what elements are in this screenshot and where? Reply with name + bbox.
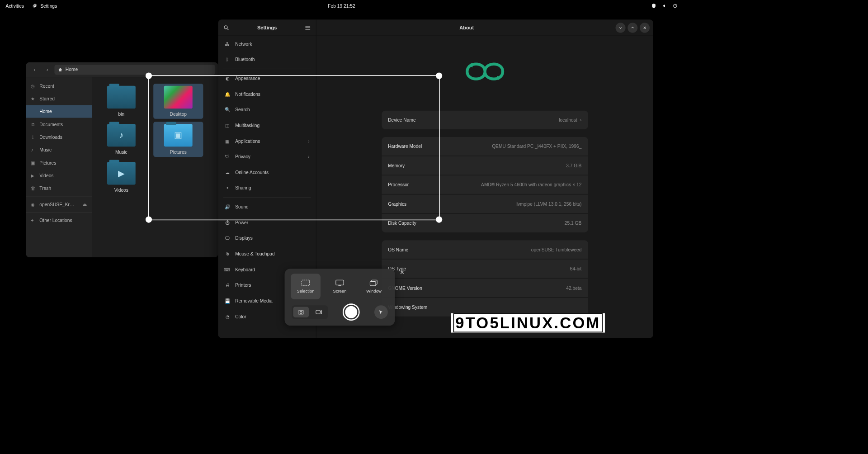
selection-icon <box>301 279 311 287</box>
back-button[interactable]: ‹ <box>29 65 40 75</box>
sidebar-starred[interactable]: ★Starred <box>26 92 92 105</box>
sidebar-videos[interactable]: ▶Videos <box>26 169 92 182</box>
nav-privacy[interactable]: 🛡Privacy› <box>218 149 316 165</box>
removable-icon: 💾 <box>225 298 231 303</box>
svg-rect-11 <box>316 310 320 314</box>
close-button[interactable] <box>640 23 650 33</box>
capture-button[interactable] <box>343 303 360 321</box>
color-icon: ◔ <box>225 314 231 319</box>
folder-bin[interactable]: bin <box>96 84 146 119</box>
video-icon: ▶ <box>31 173 36 178</box>
settings-search-button[interactable] <box>222 23 231 32</box>
sound-icon: 🔊 <box>225 204 231 209</box>
sidebar-pictures[interactable]: ▣Pictures <box>26 156 92 169</box>
nav-sharing[interactable]: ⚬Sharing <box>218 180 316 196</box>
sidebar-trash[interactable]: 🗑Trash <box>26 182 92 194</box>
folder-icon: ▣ <box>164 124 193 147</box>
nav-power[interactable]: ⏻Power <box>218 215 316 231</box>
minimize-button[interactable] <box>616 23 626 33</box>
download-icon: ⭳ <box>31 134 36 140</box>
path-label: Home <box>66 67 78 72</box>
eject-icon[interactable]: ⏏ <box>83 202 87 207</box>
bluetooth-icon: ᛒ <box>225 57 231 62</box>
folder-desktop[interactable]: Desktop <box>153 84 203 119</box>
multitasking-icon: ◫ <box>225 123 231 128</box>
row-graphics: Graphicsllvmpipe (LLVM 13.0.1, 256 bits) <box>382 194 588 213</box>
nav-multitasking[interactable]: ◫Multitasking <box>218 118 316 133</box>
volume-icon[interactable] <box>662 3 667 8</box>
app-menu[interactable]: Settings <box>33 3 57 9</box>
files-content: bin Desktop ♪Music ▣Pictures ▶Videos <box>92 77 218 257</box>
svg-rect-3 <box>305 27 310 28</box>
mouse-icon: 🖱 <box>225 251 231 256</box>
document-icon: 🗎 <box>31 122 36 127</box>
folder-pictures[interactable]: ▣Pictures <box>153 122 203 157</box>
svg-rect-6 <box>336 280 344 285</box>
power-icon: ⏻ <box>225 220 231 225</box>
nav-network[interactable]: 🖧Network <box>218 36 316 52</box>
sidebar-disk[interactable]: ◉openSUSE_Kr…⏏ <box>26 198 92 211</box>
chevron-right-icon: › <box>580 117 581 123</box>
privacy-icon: 🛡 <box>225 154 231 159</box>
sidebar-music[interactable]: ♪Music <box>26 143 92 156</box>
shield-icon[interactable] <box>651 3 656 8</box>
trash-icon: 🗑 <box>31 185 36 191</box>
folder-videos[interactable]: ▶Videos <box>96 160 146 195</box>
row-memory: Memory3.7 GiB <box>382 156 588 175</box>
nav-sound[interactable]: 🔊Sound <box>218 199 316 215</box>
nav-online-accounts[interactable]: ☁Online Accounts <box>218 165 316 180</box>
svg-point-10 <box>300 312 302 314</box>
chevron-right-icon: › <box>308 154 309 159</box>
picture-icon: ▣ <box>31 160 36 166</box>
forward-button[interactable]: › <box>42 65 53 75</box>
screenshot-close-button[interactable]: ✕ <box>398 268 406 277</box>
files-sidebar: ◷Recent ★Starred Home 🗎Documents ⭳Downlo… <box>26 77 92 257</box>
show-pointer-toggle[interactable] <box>374 305 388 319</box>
nav-search[interactable]: 🔍Search <box>218 102 316 118</box>
nav-bluetooth[interactable]: ᛒBluetooth <box>218 52 316 67</box>
maximize-button[interactable] <box>627 23 637 33</box>
sidebar-recent[interactable]: ◷Recent <box>26 80 92 92</box>
mode-screen[interactable]: Screen <box>325 274 355 299</box>
sidebar-downloads[interactable]: ⭳Downloads <box>26 131 92 143</box>
gear-icon <box>33 3 38 8</box>
chevron-right-icon: › <box>308 138 309 144</box>
top-bar: Activities Settings Feb 19 21:52 <box>0 0 683 11</box>
window-icon <box>369 279 379 287</box>
activities-button[interactable]: Activities <box>6 3 24 9</box>
nav-appearance[interactable]: ◐Appearance <box>218 71 316 86</box>
toggle-screenshot[interactable] <box>293 307 309 317</box>
printer-icon: 🖨 <box>225 282 231 288</box>
nav-mouse[interactable]: 🖱Mouse & Touchpad <box>218 246 316 262</box>
power-icon[interactable] <box>672 3 677 8</box>
folder-icon <box>107 86 136 109</box>
capture-type-toggle <box>292 305 328 319</box>
sidebar-documents[interactable]: 🗎Documents <box>26 118 92 130</box>
nav-displays[interactable]: 🖵Displays <box>218 230 316 246</box>
appearance-icon: ◐ <box>225 76 231 81</box>
clock-icon: ◷ <box>31 83 36 89</box>
clock[interactable]: Feb 19 21:52 <box>328 3 355 9</box>
nav-applications[interactable]: ▦Applications› <box>218 133 316 149</box>
mode-selection[interactable]: Selection <box>291 274 321 299</box>
mode-window[interactable]: Window <box>359 274 389 299</box>
app-menu-label: Settings <box>40 3 57 9</box>
row-disk: Disk Capacity25.1 GB <box>382 214 588 232</box>
disk-icon: ◉ <box>31 202 36 207</box>
row-device-name[interactable]: Device Namelocalhost› <box>382 111 588 129</box>
desktop-icon <box>164 86 193 109</box>
sidebar-other-locations[interactable]: +Other Locations <box>26 214 92 227</box>
sharing-icon: ⚬ <box>225 185 231 191</box>
row-os-type: OS Type64-bit <box>382 260 588 278</box>
toggle-screencast[interactable] <box>311 307 327 317</box>
sidebar-home[interactable]: Home <box>26 105 92 118</box>
screen-icon <box>335 279 345 287</box>
path-bar[interactable]: Home <box>54 65 215 75</box>
bell-icon: 🔔 <box>225 91 231 97</box>
watermark: 9TO5LINUX.COM <box>451 313 605 332</box>
folder-music[interactable]: ♪Music <box>96 122 146 157</box>
files-window: ‹ › Home ◷Recent ★Starred Home 🗎Document… <box>26 62 218 257</box>
nav-notifications[interactable]: 🔔Notifications <box>218 86 316 102</box>
row-gnome-version: GNOME Version42.beta <box>382 279 588 297</box>
hamburger-button[interactable] <box>303 23 312 32</box>
